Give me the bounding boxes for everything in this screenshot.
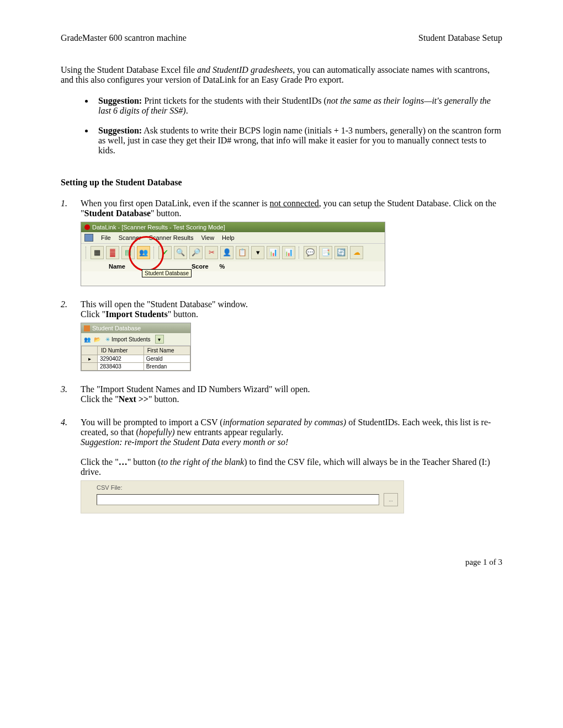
step-italic: information separated by commas) — [223, 417, 347, 427]
window-title-text: Student Database — [92, 325, 141, 331]
column-headers: Name Score % — [81, 261, 385, 271]
window-icon — [84, 325, 90, 331]
step-number: 1. — [61, 199, 81, 286]
suggestion-text: Ask students to write their BCPS login n… — [98, 126, 501, 155]
screenshot-csv-file-input: CSV File: ... — [81, 480, 404, 513]
header-left: GradeMaster 600 scantron machine — [61, 33, 187, 43]
page-footer: page 1 of 3 — [61, 558, 502, 567]
toolbar-icon[interactable]: ✂ — [205, 246, 218, 259]
intro-text: Using the Student Database Excel file — [61, 65, 197, 74]
tooltip: Student Database — [142, 269, 192, 277]
csv-file-label: CSV File: — [97, 484, 398, 491]
step-text: Click the " — [81, 394, 119, 404]
step-bold: Next >> — [119, 394, 148, 404]
student-grid: ID Number First Name ▸ 3290402 Gerald 28… — [81, 346, 190, 371]
open-icon[interactable]: 📂 — [93, 335, 101, 343]
toolbar-icon[interactable]: ✔ — [158, 246, 172, 259]
step-number: 2. — [61, 299, 81, 371]
step-italic: to the right of the blank — [161, 457, 245, 467]
step-text: " button. — [148, 394, 179, 404]
row-header-blank — [82, 346, 98, 355]
step-text: When you first open DataLink, even if th… — [81, 199, 270, 208]
toolbar-icon[interactable]: 👤 — [220, 246, 233, 259]
toolbar-icon[interactable]: ▓ — [106, 246, 119, 259]
toolbar-icon[interactable]: 💬 — [304, 246, 317, 259]
step-1: 1. When you first open DataLink, even if… — [61, 199, 502, 286]
suggestion-list: Suggestion: Print tickets for the studen… — [61, 96, 502, 156]
cell-firstname[interactable]: Gerald — [144, 355, 190, 363]
toolbar-icon[interactable]: 📊 — [282, 246, 295, 259]
grid-body — [81, 271, 385, 286]
step-2: 2. This will open the "Student Database"… — [61, 299, 502, 371]
menubar: File Scanner Scanner Results View Help — [81, 232, 385, 243]
window-titlebar: DataLink - [Scanner Results - Test Scori… — [81, 222, 385, 232]
step-3: 3. The "Import Student Names and ID Numb… — [61, 384, 502, 404]
toolbar: ▦ ▓ ▤ 👥 ✔ 🔍 🔎 ✂ 👤 📋 ▾ 📊 📊 💬 📑 — [81, 243, 385, 261]
toolbar-icon[interactable]: ▦ — [91, 246, 104, 259]
menu-scanner[interactable]: Scanner — [119, 234, 141, 241]
step-text: Click " — [81, 309, 105, 319]
toolbar-icon[interactable]: 🔎 — [189, 246, 203, 259]
suggestion-label: Suggestion: — [98, 126, 142, 135]
menu-scanner-results[interactable]: Scanner Results — [149, 234, 194, 241]
col-name: Name — [109, 263, 125, 270]
toolbar-icon[interactable]: 📋 — [236, 246, 249, 259]
col-first-name[interactable]: First Name — [144, 346, 190, 355]
toolbar-icon[interactable]: 📊 — [267, 246, 280, 259]
cell-id[interactable]: 3290402 — [98, 355, 144, 363]
dropdown-icon[interactable]: ▾ — [155, 335, 164, 344]
step-text: " button. — [168, 309, 198, 319]
col-score: Score — [192, 263, 209, 270]
toolbar-icon[interactable]: ▤ — [121, 246, 135, 259]
window-titlebar: Student Database — [81, 323, 190, 333]
step-underline: not connected — [270, 199, 319, 208]
toolbar-separator — [153, 247, 155, 259]
table-row[interactable]: 2838403 Brendan — [82, 363, 190, 371]
table-row[interactable]: ▸ 3290402 Gerald — [82, 355, 190, 363]
app-icon — [84, 224, 90, 230]
col-pct: % — [220, 263, 225, 270]
step-number: 4. — [61, 417, 81, 513]
steps-list: 1. When you first open DataLink, even if… — [61, 199, 502, 513]
step-bold: Student Database — [84, 208, 151, 218]
screenshot-student-database-window: Student Database 👥 📂 ✳ Import Students ▾… — [81, 323, 191, 371]
toolbar-icon[interactable]: ▾ — [251, 246, 264, 259]
student-database-button[interactable]: 👥 — [137, 246, 150, 259]
step-text: new entrants appear regularly. — [175, 427, 284, 437]
header-right: Student Database Setup — [418, 33, 502, 43]
step-4: 4. You will be prompted to import a CSV … — [61, 417, 502, 513]
cell-firstname[interactable]: Brendan — [144, 363, 190, 371]
menu-view[interactable]: View — [201, 234, 214, 241]
step-bold: Import Students — [105, 309, 167, 319]
suggestion-item: Suggestion: Ask students to write their … — [94, 126, 502, 156]
step-text: " button ( — [128, 457, 161, 467]
step-number: 3. — [61, 384, 81, 404]
step-text: Click the " — [81, 457, 119, 467]
csv-file-input[interactable] — [97, 494, 379, 505]
col-id-number[interactable]: ID Number — [98, 346, 144, 355]
step-italic: hopefully) — [139, 427, 175, 437]
suggestion-text: Print tickets for the students with thei… — [142, 96, 327, 105]
toolbar-icon[interactable]: ☁ — [350, 246, 363, 259]
step-text: This will open the "Student Database" wi… — [81, 299, 248, 309]
suggestion-item: Suggestion: Print tickets for the studen… — [94, 96, 502, 116]
browse-button[interactable]: ... — [384, 493, 398, 506]
suggestion-tail: . — [186, 106, 188, 115]
menu-help[interactable]: Help — [222, 234, 235, 241]
menu-file[interactable]: File — [101, 234, 111, 241]
add-icon[interactable]: 👥 — [83, 335, 91, 343]
toolbar-icon[interactable]: 🔄 — [334, 246, 348, 259]
child-window-icon — [84, 234, 93, 242]
toolbar-separator — [86, 247, 87, 259]
toolbar-icon[interactable]: 📑 — [319, 246, 332, 259]
row-selector[interactable]: ▸ — [82, 355, 98, 363]
cell-id[interactable]: 2838403 — [98, 363, 144, 371]
screenshot-datalink-window: DataLink - [Scanner Results - Test Scori… — [81, 222, 385, 286]
toolbar-separator — [299, 247, 300, 259]
toolbar-icon[interactable]: 🔍 — [174, 246, 187, 259]
import-icon: ✳ — [105, 336, 110, 342]
suggestion-label: Suggestion: — [98, 96, 142, 105]
import-label: Import Students — [111, 336, 151, 342]
row-selector[interactable] — [82, 363, 98, 371]
import-students-button[interactable]: ✳ Import Students — [103, 335, 153, 344]
